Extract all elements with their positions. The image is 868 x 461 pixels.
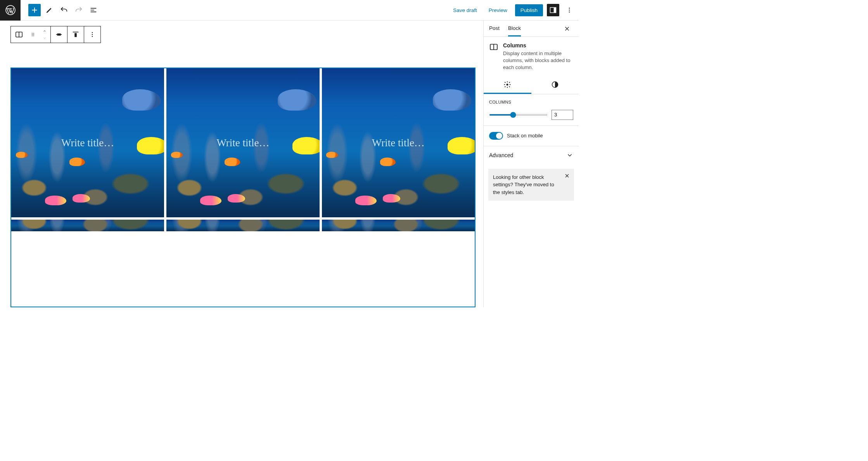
- svg-rect-2: [554, 7, 556, 12]
- chevron-up-icon: [42, 29, 47, 33]
- svg-point-8: [33, 33, 34, 34]
- advanced-label: Advanced: [489, 152, 513, 158]
- close-sidebar-button[interactable]: [561, 23, 573, 35]
- block-card: Columns Display content in multiple colu…: [484, 37, 579, 77]
- columns-slider[interactable]: [489, 114, 548, 116]
- styles-icon: [551, 81, 559, 88]
- svg-point-19: [507, 84, 508, 86]
- cover-block[interactable]: [322, 220, 475, 231]
- gear-icon: [503, 81, 511, 88]
- undo-icon: [60, 6, 68, 14]
- columns-panel: Columns: [484, 94, 579, 126]
- block-toolbar: [10, 26, 101, 43]
- settings-toggle-button[interactable]: [547, 4, 559, 16]
- cover-block[interactable]: [166, 220, 319, 231]
- vertical-align-top-icon: [71, 30, 80, 39]
- move-up-button[interactable]: [40, 28, 49, 35]
- pencil-icon: [45, 6, 54, 14]
- cover-block[interactable]: Write title…: [11, 68, 164, 217]
- align-button[interactable]: [51, 26, 67, 43]
- vertical-align-button[interactable]: [67, 26, 84, 43]
- block-description: Display content in multiple columns, wit…: [503, 50, 573, 71]
- settings-sidebar: Post Block Columns Display content in mu…: [483, 21, 579, 307]
- subtab-settings[interactable]: [484, 77, 531, 94]
- dots-vertical-icon: [88, 31, 96, 38]
- columns-input[interactable]: [552, 110, 573, 120]
- columns-block[interactable]: Write title… Write title…: [10, 68, 475, 307]
- svg-point-7: [32, 33, 33, 34]
- preview-button[interactable]: Preview: [485, 5, 511, 16]
- dismiss-notice-button[interactable]: [562, 171, 572, 180]
- columns-icon: [489, 42, 498, 52]
- cover-block[interactable]: [11, 220, 164, 231]
- advanced-panel-toggle[interactable]: Advanced: [484, 146, 579, 164]
- cover-title-placeholder[interactable]: Write title…: [216, 137, 269, 149]
- cover-block[interactable]: Write title…: [322, 68, 475, 217]
- svg-point-10: [33, 34, 34, 35]
- svg-point-15: [92, 32, 93, 33]
- move-down-button[interactable]: [40, 35, 49, 42]
- notice-text: Looking for other block settings? They'v…: [493, 174, 554, 195]
- svg-point-9: [32, 34, 33, 35]
- undo-button[interactable]: [58, 4, 70, 16]
- tab-block[interactable]: Block: [508, 21, 521, 36]
- cover-title-placeholder[interactable]: Write title…: [61, 137, 114, 149]
- stack-on-mobile-toggle[interactable]: [489, 132, 503, 140]
- drag-handle[interactable]: [27, 26, 39, 43]
- stack-on-mobile-label: Stack on mobile: [507, 133, 543, 139]
- align-icon: [55, 30, 63, 39]
- styles-notice: Looking for other block settings? They'v…: [488, 169, 574, 201]
- redo-button[interactable]: [73, 4, 85, 16]
- svg-point-17: [92, 36, 93, 37]
- svg-point-3: [569, 8, 570, 9]
- drag-icon: [30, 31, 36, 38]
- block-title: Columns: [503, 42, 573, 49]
- plus-icon: [30, 6, 39, 14]
- chevron-down-icon: [42, 36, 47, 40]
- svg-point-12: [33, 35, 34, 36]
- svg-rect-14: [74, 33, 77, 37]
- block-type-button[interactable]: [11, 26, 27, 43]
- publish-button[interactable]: Publish: [515, 4, 543, 16]
- close-icon: [564, 173, 570, 179]
- svg-point-11: [32, 35, 33, 36]
- subtab-styles[interactable]: [531, 77, 579, 94]
- dots-vertical-icon: [565, 6, 573, 14]
- sidebar-icon: [549, 6, 557, 14]
- add-block-button[interactable]: [28, 4, 41, 16]
- document-overview-button[interactable]: [87, 4, 100, 16]
- wordpress-icon: [5, 5, 16, 15]
- svg-point-16: [92, 34, 93, 35]
- svg-rect-13: [57, 33, 61, 36]
- cover-block[interactable]: Write title…: [166, 68, 319, 217]
- svg-point-4: [569, 10, 570, 11]
- edit-mode-button[interactable]: [43, 4, 55, 16]
- columns-icon: [15, 30, 23, 39]
- editor-canvas[interactable]: Write title… Write title…: [0, 21, 483, 307]
- list-view-icon: [89, 6, 98, 14]
- cover-title-placeholder[interactable]: Write title…: [372, 137, 425, 149]
- chevron-down-icon: [566, 152, 573, 159]
- columns-label: Columns: [489, 100, 573, 104]
- wordpress-logo[interactable]: [0, 0, 21, 21]
- options-button[interactable]: [563, 4, 576, 16]
- svg-point-5: [569, 12, 570, 13]
- tab-post[interactable]: Post: [489, 21, 500, 36]
- redo-icon: [74, 6, 83, 14]
- close-icon: [564, 25, 571, 32]
- save-draft-button[interactable]: Save draft: [449, 5, 481, 16]
- block-options-button[interactable]: [84, 26, 100, 43]
- top-toolbar: Save draft Preview Publish: [0, 0, 579, 21]
